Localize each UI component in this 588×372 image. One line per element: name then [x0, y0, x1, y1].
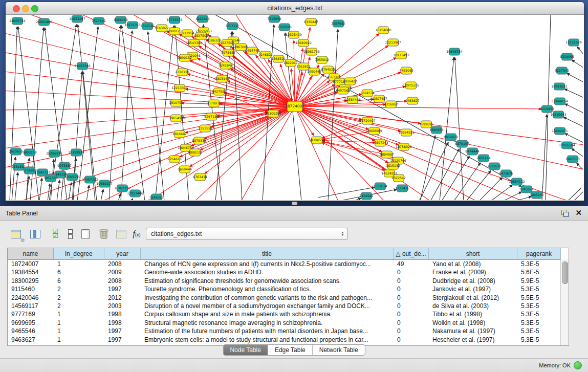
table-cell[interactable]: 1	[54, 310, 104, 318]
table-settings-icon[interactable]: ⚙	[8, 226, 24, 242]
graph-node[interactable]: 1615132	[386, 162, 400, 169]
graph-node[interactable]: 10807487	[371, 95, 387, 102]
table-row[interactable]: 969969511998Structural magnetic resonanc…	[8, 319, 569, 327]
table-cell[interactable]: Dudbridge et al. (2008)	[429, 277, 517, 285]
graph-node[interactable]: 7154942	[359, 192, 374, 200]
table-cell[interactable]: 2008	[104, 260, 141, 268]
table-cell[interactable]: Structural magnetic resonance image aver…	[141, 319, 394, 327]
table-cell[interactable]: 14569117	[8, 302, 54, 310]
graph-node[interactable]: 8454749	[245, 47, 259, 54]
graph-node[interactable]: 6879197	[455, 140, 469, 147]
table-cell[interactable]: 0	[394, 310, 429, 318]
graph-node[interactable]: 1527602	[92, 17, 106, 25]
table-row[interactable]: 911546021997Tourette syndrome. Phenomeno…	[8, 285, 569, 293]
graph-node[interactable]: 7163822	[155, 25, 169, 32]
graph-node[interactable]: 1016427	[343, 78, 357, 85]
table-cell[interactable]: 1	[54, 327, 104, 335]
table-cell[interactable]: Investigating the contribution of common…	[141, 294, 394, 302]
graph-node[interactable]: 1353559	[198, 125, 212, 132]
table-select-dropdown[interactable]: citations_edges.txt ▲▼	[146, 228, 348, 240]
column-header-name[interactable]: name	[8, 248, 54, 259]
table-cell[interactable]: Estimation of significance thresholds fo…	[141, 277, 394, 285]
table-cell[interactable]: 1	[54, 319, 104, 327]
graph-node[interactable]: 8912954	[180, 30, 194, 37]
tab-network-table[interactable]: Network Table	[313, 345, 365, 355]
graph-node[interactable]: 2218506	[277, 24, 292, 31]
table-cell[interactable]: 0	[394, 268, 429, 276]
table-cell[interactable]: 9463627	[8, 336, 54, 344]
table-cell[interactable]: 1	[54, 336, 104, 344]
table-cell[interactable]: 2	[54, 285, 104, 293]
table-cell[interactable]: 9115460	[8, 285, 54, 293]
graph-node[interactable]: 2620650	[9, 148, 23, 155]
table-cell[interactable]: 49	[394, 260, 429, 268]
show-columns-icon[interactable]	[28, 226, 43, 242]
table-cell[interactable]: 0	[394, 294, 429, 302]
table-row[interactable]: 977716911998Corpus callosum shape and si…	[8, 310, 569, 318]
network-view-window[interactable]: citations_edges.txt 18724007183002951938…	[5, 2, 584, 201]
graph-node[interactable]: 16954923	[398, 129, 415, 136]
graph-node[interactable]: 16782759	[114, 185, 130, 192]
table-cell[interactable]: 6	[54, 277, 104, 285]
table-cell[interactable]: 5.3E-5	[517, 327, 561, 335]
graph-node[interactable]: 16543382	[186, 39, 202, 47]
graph-node[interactable]: 7254616	[167, 156, 182, 163]
graph-node[interactable]: 6497568	[336, 87, 350, 94]
graph-node[interactable]: 2887682	[331, 20, 345, 27]
table-cell[interactable]: 1997	[104, 285, 141, 293]
create-table-icon[interactable]	[78, 226, 93, 242]
table-cell[interactable]: 2012	[104, 294, 141, 302]
table-row[interactable]: 946554611997Estimation of the future num…	[8, 327, 569, 335]
column-header-out_de[interactable]: △ out_de...	[394, 248, 429, 259]
table-cell[interactable]: Hescheler et al. (1997)	[429, 336, 517, 344]
graph-node[interactable]: 15751074	[565, 39, 582, 46]
graph-node[interactable]: 18724007	[285, 101, 304, 112]
row-height-icon[interactable]	[62, 226, 78, 242]
table-cell[interactable]: 18300295	[8, 277, 54, 285]
graph-node[interactable]: 20691406	[36, 18, 52, 26]
table-cell[interactable]: Changes of HCN gene expression and I(f) …	[141, 260, 394, 268]
table-cell[interactable]: 0	[394, 327, 429, 335]
table-cell[interactable]: 0	[394, 319, 429, 327]
graph-node[interactable]: 1095142	[530, 191, 544, 199]
graph-node[interactable]: 8427552	[212, 88, 226, 95]
table-cell[interactable]: de Silva et al. (2003)	[429, 302, 517, 310]
graph-node[interactable]: 21053346	[74, 62, 91, 70]
table-cell[interactable]: 6	[54, 268, 104, 276]
table-row[interactable]: 1456911722003Disruption of a novel membe…	[8, 302, 569, 310]
table-cell[interactable]: Estimation of the future numbers of pati…	[141, 327, 394, 335]
delete-table-icon[interactable]	[96, 226, 112, 242]
table-cell[interactable]: 0	[394, 277, 429, 285]
graph-node[interactable]: 9245652	[519, 186, 534, 193]
graph-node[interactable]: 8186328	[207, 37, 221, 44]
graph-node[interactable]: 7632621	[487, 163, 502, 170]
table-row[interactable]: 946362711997Embryonic stem cells: a mode…	[8, 336, 569, 344]
float-panel-icon[interactable]	[561, 210, 569, 217]
table-cell[interactable]: Wolkin et al. (1998)	[429, 319, 517, 327]
graph-node[interactable]: 10719155	[166, 16, 183, 24]
graph-node[interactable]: 9245012	[149, 194, 164, 200]
graph-node[interactable]: 16671355	[124, 21, 141, 29]
graph-node[interactable]: 1965493	[169, 115, 183, 122]
table-cell[interactable]: 1998	[104, 310, 141, 318]
table-cell[interactable]: Tourette syndrome. Phenomenology and cla…	[141, 285, 394, 293]
graph-node[interactable]: 7515526	[140, 23, 155, 30]
table-row[interactable]: 2242004622012Investigating the contribut…	[8, 294, 569, 302]
table-row[interactable]: 1872400712008Changes of HCN gene express…	[8, 260, 569, 268]
graph-node[interactable]: 8813014	[195, 15, 210, 23]
table-cell[interactable]: 2	[54, 302, 104, 310]
graph-node[interactable]: 17957252	[82, 176, 98, 183]
graph-node[interactable]: 3624534	[360, 90, 375, 97]
network-window-titlebar[interactable]: citations_edges.txt	[6, 2, 584, 15]
table-cell[interactable]: 5.3E-5	[517, 336, 561, 344]
graph-node[interactable]: 1990448	[307, 68, 321, 75]
table-cell[interactable]: 22420046	[8, 294, 54, 302]
graph-node[interactable]: 18640910	[295, 39, 312, 47]
graph-node[interactable]: 8267130	[204, 113, 219, 120]
table-vertical-scrollbar[interactable]	[560, 259, 569, 345]
graph-node[interactable]: 5975685	[221, 49, 235, 56]
column-header-in_degree[interactable]: in_degree	[54, 248, 104, 259]
table-cell[interactable]: Stergiakouli et al. (2012)	[429, 294, 517, 302]
graph-node[interactable]: 9890152	[178, 54, 192, 61]
graph-node[interactable]: 5051335	[43, 174, 58, 182]
